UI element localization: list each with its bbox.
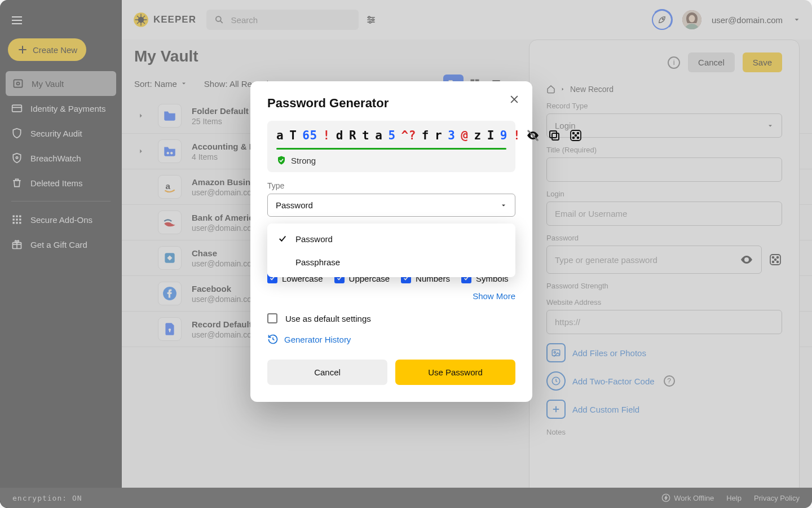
generated-password-box: aT65!dRta5^?fr3@zI9! Strong	[267, 121, 515, 172]
type-option-label: Password	[295, 234, 333, 244]
type-dropdown: Password Passphrase	[267, 224, 515, 277]
chevron-down-icon	[500, 202, 507, 209]
svg-point-74	[577, 137, 579, 139]
generator-history-link[interactable]: Generator History	[267, 334, 515, 345]
default-label: Use as default settings	[285, 314, 371, 323]
type-value: Password	[276, 200, 313, 210]
check-icon	[277, 234, 288, 244]
password-generator-modal: Password Generator aT65!dRta5^?fr3@zI9! …	[250, 81, 532, 402]
svg-rect-68	[550, 131, 557, 138]
strength-text: Strong	[291, 156, 316, 165]
history-icon	[267, 334, 279, 345]
dice-icon[interactable]	[569, 129, 582, 142]
type-option-passphrase[interactable]: Passphrase	[267, 251, 515, 274]
svg-point-73	[573, 137, 575, 139]
type-label: Type	[267, 181, 515, 190]
copy-icon[interactable]	[548, 129, 561, 142]
use-password-button[interactable]: Use Password	[395, 360, 515, 385]
type-select[interactable]: Password	[267, 194, 515, 217]
shield-check-icon	[276, 155, 286, 165]
svg-point-70	[573, 133, 575, 134]
generated-password: aT65!dRta5^?fr3@zI9!	[276, 129, 506, 142]
eye-off-icon[interactable]	[526, 129, 540, 142]
default-checkbox[interactable]	[267, 313, 277, 323]
modal-title: Password Generator	[267, 96, 515, 111]
strength-bar	[276, 148, 506, 150]
svg-point-71	[577, 133, 579, 134]
type-option-label: Passphrase	[295, 257, 340, 267]
close-icon[interactable]	[509, 94, 520, 105]
modal-cancel-button[interactable]: Cancel	[267, 360, 387, 385]
svg-point-72	[575, 135, 577, 137]
show-more-link[interactable]: Show More	[267, 291, 515, 301]
svg-rect-67	[552, 133, 559, 140]
type-option-password[interactable]: Password	[267, 227, 515, 251]
